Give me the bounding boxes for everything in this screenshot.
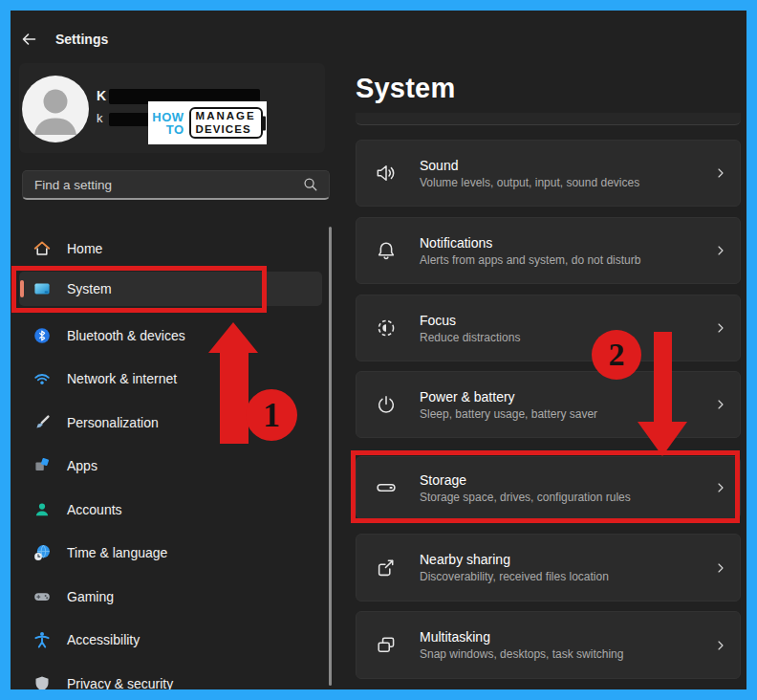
row-multitasking[interactable]: Multitasking Snap windows, desktops, tas… <box>356 611 741 679</box>
sidebar-item-label: Bluetooth & devices <box>67 328 185 343</box>
app-title: Settings <box>55 32 108 47</box>
sidebar-item-label: Personalization <box>67 415 159 430</box>
annotation-arrow-1-shaft <box>220 351 249 444</box>
sidebar-item-label: Gaming <box>67 589 114 604</box>
sidebar-item-gaming[interactable]: Gaming <box>19 580 322 614</box>
row-notifications[interactable]: Notifications Alerts from apps and syste… <box>356 217 741 284</box>
sidebar-item-bluetooth-devices[interactable]: Bluetooth & devices <box>19 318 322 353</box>
sidebar-item-label: Privacy & security <box>67 676 173 691</box>
bluetooth-icon <box>32 326 52 345</box>
sidebar-item-label: Home <box>67 241 102 256</box>
search-icon <box>302 176 319 193</box>
home-icon <box>32 239 52 258</box>
annotation-arrow-2-down-icon <box>638 422 687 456</box>
chevron-right-icon <box>713 165 728 181</box>
chevron-right-icon <box>713 638 728 653</box>
chevron-right-icon <box>713 243 728 258</box>
search-input[interactable] <box>23 178 302 192</box>
apps-icon <box>32 456 52 475</box>
chevron-right-icon <box>713 560 728 576</box>
game-controller-icon <box>32 587 52 606</box>
paintbrush-icon <box>32 413 52 432</box>
row-subtitle: Discoverability, received files location <box>420 570 692 583</box>
globe-clock-icon <box>32 543 52 562</box>
multitask-windows-icon <box>374 633 399 658</box>
accessibility-person-icon <box>32 630 52 649</box>
annotation-arrow-1-up-icon <box>208 322 258 353</box>
account-person-icon <box>32 500 52 519</box>
chevron-right-icon <box>713 320 728 336</box>
back-button[interactable] <box>18 30 39 49</box>
row-title: Sound <box>420 158 692 173</box>
logo-manage-text: MANAGEDEVICES <box>196 110 256 135</box>
sidebar-item-apps[interactable]: Apps <box>19 448 322 483</box>
power-icon <box>374 392 399 417</box>
row-focus[interactable]: Focus Reduce distractions <box>356 295 741 361</box>
settings-window: Settings K k HOWTO MANAGEDEVICES <box>0 0 757 700</box>
sidebar-item-accounts[interactable]: Accounts <box>19 492 322 527</box>
row-title: Nearby sharing <box>420 552 692 567</box>
annotation-step-2-badge: 2 <box>592 330 641 380</box>
back-arrow-icon <box>18 30 39 49</box>
row-title: Power & battery <box>420 389 692 405</box>
row-subtitle: Snap windows, desktops, task switching <box>420 647 692 661</box>
annotation-step-1-badge: 1 <box>246 389 297 441</box>
sidebar-item-privacy-security[interactable]: Privacy & security <box>19 667 322 700</box>
annotation-box-storage <box>351 450 740 523</box>
row-nearby-sharing[interactable]: Nearby sharing Discoverability, received… <box>356 534 741 602</box>
bell-icon <box>374 238 399 263</box>
speaker-icon <box>374 161 399 186</box>
row-title: Notifications <box>420 235 692 251</box>
account-name: K <box>97 88 106 103</box>
row-subtitle: Alerts from apps and system, do not dist… <box>420 253 692 267</box>
logo-battery-outline: MANAGEDEVICES <box>189 107 263 138</box>
wifi-icon <box>32 369 52 388</box>
htmd-watermark-logo: HOWTO MANAGEDEVICES <box>148 101 267 144</box>
person-icon <box>22 76 89 142</box>
page-title: System <box>356 73 455 104</box>
row-title: Focus <box>420 313 692 328</box>
sidebar-item-label: Time & language <box>67 545 167 560</box>
sidebar-item-label: Network & internet <box>67 371 177 386</box>
sidebar-item-home[interactable]: Home <box>19 231 322 266</box>
sidebar-item-label: Accessibility <box>67 632 140 647</box>
sidebar-scrollbar[interactable] <box>329 227 332 686</box>
account-email: k <box>97 111 103 125</box>
sidebar-item-label: Apps <box>67 458 97 473</box>
row-sound[interactable]: Sound Volume levels, output, input, soun… <box>356 140 741 207</box>
logo-howto-text: HOWTO <box>152 111 184 136</box>
row-subtitle: Reduce distractions <box>420 331 692 344</box>
row-subtitle: Sleep, battery usage, battery saver <box>420 407 692 421</box>
row-subtitle: Volume levels, output, input, sound devi… <box>420 176 692 189</box>
focus-dial-icon <box>374 316 399 340</box>
sidebar-item-label: Accounts <box>67 502 122 517</box>
sidebar-item-accessibility[interactable]: Accessibility <box>19 623 322 657</box>
search-box[interactable] <box>22 170 330 200</box>
partially-scrolled-row <box>356 113 741 125</box>
sidebar-item-time-language[interactable]: Time & language <box>19 536 322 570</box>
shield-icon <box>32 674 52 693</box>
row-title: Multitasking <box>420 629 692 645</box>
avatar[interactable] <box>22 76 89 142</box>
share-icon <box>374 556 399 580</box>
annotation-arrow-2-shaft <box>654 332 672 423</box>
chevron-right-icon <box>713 397 728 412</box>
annotation-box-system <box>11 266 267 313</box>
